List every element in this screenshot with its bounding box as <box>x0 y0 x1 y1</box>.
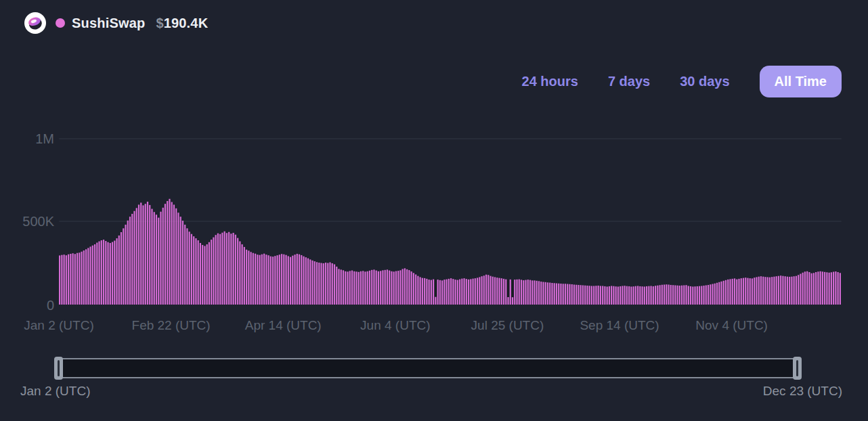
series-name: SushiSwap <box>72 16 146 31</box>
time-range-slider-track[interactable] <box>54 358 802 378</box>
x-axis-label: Jan 2 (UTC) <box>24 318 93 333</box>
x-axis-label: Nov 4 (UTC) <box>695 318 768 333</box>
tab-30-days[interactable]: 30 days <box>680 74 729 89</box>
tab-24-hours[interactable]: 24 hours <box>522 74 578 89</box>
chart-legend: SushiSwap $ 190.4K <box>24 12 208 34</box>
x-axis-label: Jun 4 (UTC) <box>360 318 430 333</box>
x-axis-label: Jul 25 (UTC) <box>471 318 544 333</box>
slider-handle-right[interactable] <box>793 357 802 380</box>
y-axis-label-1m: 1M <box>15 131 54 147</box>
series-value-number: 190.4K <box>164 16 209 31</box>
gridline-500k <box>59 221 842 222</box>
slider-end-label: Dec 23 (UTC) <box>763 384 842 399</box>
analytics-panel: SushiSwap $ 190.4K 24 hours 7 days 30 da… <box>0 0 868 421</box>
time-range-tabs: 24 hours 7 days 30 days All Time <box>522 66 842 97</box>
tab-all-time[interactable]: All Time <box>760 66 842 97</box>
tab-7-days[interactable]: 7 days <box>608 74 650 89</box>
x-axis-label: Sep 14 (UTC) <box>580 318 659 333</box>
x-axis-label: Feb 22 (UTC) <box>132 318 211 333</box>
y-axis-label-500k: 500K <box>15 214 54 229</box>
sushiswap-logo-icon <box>24 12 46 34</box>
x-axis-label: Apr 14 (UTC) <box>245 318 322 333</box>
slider-start-label: Jan 2 (UTC) <box>20 384 90 399</box>
gridline-1m <box>59 138 842 139</box>
y-axis-label-0: 0 <box>15 298 54 313</box>
slider-handle-left[interactable] <box>54 357 63 380</box>
currency-symbol: $ <box>156 16 164 31</box>
series-color-dot <box>56 18 65 28</box>
series-value: $ 190.4K <box>156 16 209 31</box>
